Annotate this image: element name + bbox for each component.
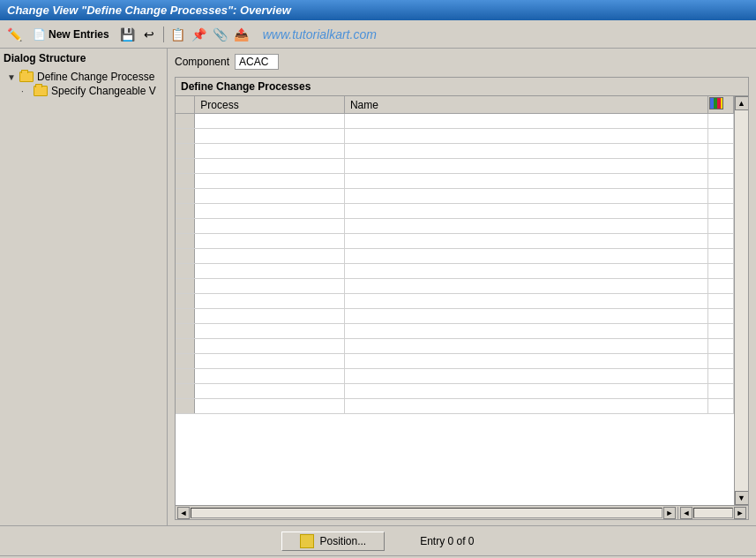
row-selector[interactable] xyxy=(176,129,195,144)
cell-process xyxy=(195,369,345,384)
col-header-name[interactable]: Name xyxy=(344,96,707,114)
tree-item-specify[interactable]: · Specify Changeable V xyxy=(4,84,163,98)
row-selector-header xyxy=(176,96,195,114)
scroll-track-v[interactable] xyxy=(735,110,749,491)
paste-icon[interactable]: 📌 xyxy=(191,26,208,43)
cell-name xyxy=(344,129,707,144)
table-header-row: Process Name xyxy=(176,96,734,114)
cell-name xyxy=(344,159,707,174)
row-selector[interactable] xyxy=(176,234,195,249)
row-selector[interactable] xyxy=(176,264,195,279)
scroll-right-arrow-2[interactable]: ► xyxy=(734,507,746,519)
table-row xyxy=(176,129,734,144)
cell-name xyxy=(344,144,707,159)
scroll-left-arrow-2[interactable]: ◄ xyxy=(680,507,692,519)
row-selector[interactable] xyxy=(176,279,195,294)
row-selector[interactable] xyxy=(176,354,195,369)
cell-process xyxy=(195,339,345,354)
other-icon[interactable]: 📎 xyxy=(212,26,229,43)
position-label: Position... xyxy=(319,535,366,547)
copy-icon[interactable]: 📋 xyxy=(169,26,187,43)
table-container: Define Change Processes Process Na xyxy=(175,77,749,520)
new-entries-icon: 📄 xyxy=(33,28,46,41)
vertical-scrollbar[interactable]: ▲ ▼ xyxy=(734,96,748,505)
table-row xyxy=(176,294,734,309)
cell-process xyxy=(195,234,345,249)
folder-icon-define xyxy=(19,72,34,82)
table-row xyxy=(176,204,734,219)
table-row xyxy=(176,384,734,399)
scroll-track-h-left[interactable] xyxy=(191,508,662,518)
cell-process xyxy=(195,294,345,309)
row-selector[interactable] xyxy=(176,309,195,324)
expand-icon-specify: · xyxy=(21,87,32,96)
row-selector[interactable] xyxy=(176,294,195,309)
row-selector[interactable] xyxy=(176,174,195,189)
scroll-down-arrow[interactable]: ▼ xyxy=(735,491,749,505)
scroll-left-arrow[interactable]: ◄ xyxy=(177,507,190,519)
row-selector[interactable] xyxy=(176,114,195,129)
component-value: ACAC xyxy=(235,54,279,70)
cell-name xyxy=(344,249,707,264)
col-header-process[interactable]: Process xyxy=(195,96,345,114)
row-selector[interactable] xyxy=(176,144,195,159)
tree-item-define-label: Define Change Processe xyxy=(37,71,154,83)
cell-name xyxy=(344,264,707,279)
cell-process xyxy=(195,129,345,144)
cell-process xyxy=(195,399,345,414)
edit-icon[interactable]: ✏️ xyxy=(5,26,23,43)
cell-name xyxy=(344,279,707,294)
cell-name xyxy=(344,369,707,384)
cell-process xyxy=(195,174,345,189)
cell-name xyxy=(344,324,707,339)
table-inner: Process Name xyxy=(176,96,734,505)
component-row: Component ACAC xyxy=(175,54,749,70)
main-content: Dialog Structure ▼ Define Change Process… xyxy=(0,49,756,525)
row-selector[interactable] xyxy=(176,399,195,414)
scroll-track-h-right[interactable] xyxy=(693,508,733,518)
cell-process xyxy=(195,144,345,159)
row-selector[interactable] xyxy=(176,384,195,399)
cell-name xyxy=(344,339,707,354)
cell-name xyxy=(344,204,707,219)
save-icon[interactable]: 💾 xyxy=(119,26,137,43)
table-row xyxy=(176,234,734,249)
cell-process xyxy=(195,309,345,324)
position-button[interactable]: Position... xyxy=(281,532,385,551)
folder-icon-specify xyxy=(34,86,48,96)
table-row xyxy=(176,219,734,234)
undo-icon[interactable]: ↩ xyxy=(140,26,158,43)
entry-info: Entry 0 of 0 xyxy=(420,535,474,547)
cell-process xyxy=(195,159,345,174)
table-row xyxy=(176,369,734,384)
row-selector[interactable] xyxy=(176,159,195,174)
row-selector[interactable] xyxy=(176,219,195,234)
row-selector[interactable] xyxy=(176,369,195,384)
table-body xyxy=(176,114,734,414)
cell-name xyxy=(344,174,707,189)
table-row xyxy=(176,324,734,339)
bottom-bar: Position... Entry 0 of 0 xyxy=(0,525,756,555)
tree-item-define[interactable]: ▼ Define Change Processe xyxy=(4,70,163,84)
cell-process xyxy=(195,249,345,264)
cell-process xyxy=(195,324,345,339)
cell-name xyxy=(344,399,707,414)
col-settings-header[interactable] xyxy=(707,96,733,114)
row-selector[interactable] xyxy=(176,339,195,354)
table-row xyxy=(176,114,734,129)
row-selector[interactable] xyxy=(176,204,195,219)
scroll-up-arrow[interactable]: ▲ xyxy=(735,96,749,110)
table-row xyxy=(176,309,734,324)
row-selector[interactable] xyxy=(176,324,195,339)
cell-name xyxy=(344,309,707,324)
table-row xyxy=(176,249,734,264)
table-row xyxy=(176,189,734,204)
table-row xyxy=(176,354,734,369)
row-selector[interactable] xyxy=(176,189,195,204)
hscroll-left: ◄ ► xyxy=(176,507,677,519)
export-icon[interactable]: 📤 xyxy=(233,26,251,43)
new-entries-button[interactable]: 📄 New Entries xyxy=(26,26,116,43)
row-selector[interactable] xyxy=(176,249,195,264)
scroll-right-arrow[interactable]: ► xyxy=(663,507,676,519)
title-text: Change View "Define Change Processes": O… xyxy=(7,4,291,17)
